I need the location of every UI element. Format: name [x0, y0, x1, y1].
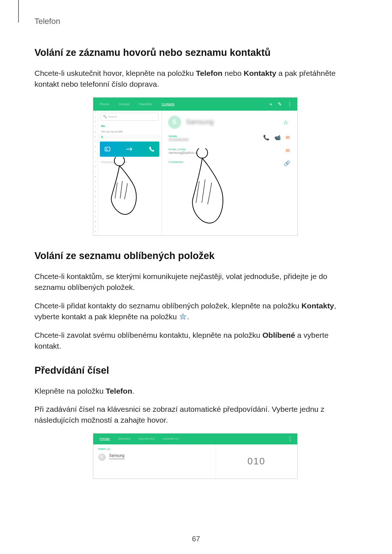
contact-avatar-small	[98, 454, 106, 461]
figure-2-wrap: PHONE GROUPS FAVORITES CONTACTS ⋮ Match …	[34, 433, 356, 479]
pointer-hand-1	[103, 157, 140, 215]
more-icon: ⋮	[287, 101, 292, 107]
tab-favorites-2: FAVORITES	[139, 437, 155, 440]
search-placeholder: Search	[108, 115, 117, 118]
svg-point-2	[114, 157, 124, 166]
call-icon: 📞	[263, 135, 269, 140]
edit-icon: ✎	[278, 101, 282, 107]
star-icon	[179, 313, 187, 321]
bold-telefon: Telefon	[196, 69, 222, 77]
setup-profile: Set up my profile	[98, 128, 162, 135]
match-count: Match (1)	[98, 447, 211, 451]
fig1-detail: S Samsung ☆ Mobile 0100000000 📞 📹 ✉ Emai…	[162, 111, 297, 235]
figure-1-wrap: Phone Groups Favorites Contacts + ✎ ⋮ ★A…	[34, 97, 356, 236]
text: .	[187, 312, 189, 321]
tab-contacts-2: CONTACTS	[163, 437, 178, 440]
text: Chcete-li přidat kontakty do seznamu obl…	[34, 301, 301, 310]
match-name: Samsung	[109, 454, 125, 457]
figure-number-prediction: PHONE GROUPS FAVORITES CONTACTS ⋮ Match …	[93, 433, 298, 479]
tab-groups-2: GROUPS	[118, 437, 131, 440]
running-header: Telefon	[34, 17, 356, 26]
bold-kontakty: Kontakty	[244, 69, 276, 77]
fig1-tabs: Phone Groups Favorites Contacts	[93, 98, 297, 111]
tab-groups: Groups	[119, 102, 130, 106]
paragraph-1: Chcete-li uskutečnit hovor, klepněte na …	[34, 68, 356, 90]
video-call-icon: 📹	[274, 135, 281, 140]
tab-favorites: Favorites	[139, 102, 152, 106]
text: nebo	[222, 69, 244, 77]
heading-favorites: Volání ze seznamu oblíbených položek	[34, 250, 356, 262]
swipe-arrow-icon	[126, 147, 134, 152]
text: Chcete-li uskutečnit hovor, klepněte na …	[34, 69, 196, 77]
heading-predict: Předvídání čísel	[34, 365, 356, 376]
section-letter: S	[98, 135, 162, 139]
tab-phone: Phone	[100, 102, 109, 106]
tab-contacts: Contacts	[162, 102, 175, 106]
match-item: Samsung 01000000000	[98, 454, 211, 461]
fig2-matches: Match (1) Samsung 01000000000	[93, 444, 216, 479]
page-tab-edge	[18, 0, 19, 22]
heading-call-from-log: Volání ze záznamu hovorů nebo seznamu ko…	[34, 47, 356, 58]
search-input: 🔍 Search	[101, 113, 159, 121]
swipe-to-call-card	[100, 141, 159, 157]
fig2-header: PHONE GROUPS FAVORITES CONTACTS ⋮	[93, 434, 297, 444]
message-icon: ✉	[286, 135, 290, 140]
text: Chcete-li zavolat svému oblíbenému konta…	[34, 331, 262, 339]
fig1-header-icons: + ✎ ⋮	[269, 98, 292, 111]
match-number: 01000000000	[109, 457, 125, 460]
me-label: Me	[98, 123, 162, 128]
paragraph-4: Chcete-li zavolat svému oblíbenému konta…	[34, 330, 356, 352]
bold-kontakty-2: Kontakty	[301, 301, 334, 310]
svg-point-1	[106, 148, 107, 149]
paragraph-3: Chcete-li přidat kontakty do seznamu obl…	[34, 300, 356, 323]
mobile-actions: 📞 📹 ✉	[263, 135, 290, 140]
favorite-star-icon: ☆	[283, 119, 289, 127]
link-icon: 🔗	[284, 160, 290, 166]
bold-oblibene: Oblíbené	[262, 331, 295, 339]
contact-card-icon	[104, 146, 111, 152]
email-icon: ✉	[286, 148, 290, 153]
figure-swipe-contact: Phone Groups Favorites Contacts + ✎ ⋮ ★A…	[93, 97, 298, 236]
fig1-header: Phone Groups Favorites Contacts + ✎ ⋮	[93, 98, 297, 111]
paragraph-6: Při zadávání čísel na klávesnici se zobr…	[34, 404, 356, 426]
contact-avatar: S	[168, 116, 181, 129]
document-page: Telefon Volání ze záznamu hovorů nebo se…	[0, 0, 392, 554]
paragraph-2: Chcete-li kontaktům, se kterými komuniku…	[34, 271, 356, 293]
phone-icon	[148, 146, 155, 152]
svg-point-3	[197, 148, 208, 158]
more-icon: ⋮	[287, 435, 293, 442]
search-icon: 🔍	[103, 115, 107, 118]
text: .	[132, 387, 134, 395]
contact-name-large: Samsung	[186, 118, 214, 126]
bold-telefon-2: Telefon	[106, 387, 132, 395]
page-number: 67	[0, 535, 392, 543]
plus-icon: +	[269, 101, 272, 107]
text: Klepněte na položku	[34, 387, 106, 395]
paragraph-5: Klepněte na položku Telefon.	[34, 386, 356, 397]
dial-display: 010	[216, 444, 297, 479]
tab-phone-2: PHONE	[100, 437, 110, 440]
pointer-hand-2	[183, 148, 227, 225]
